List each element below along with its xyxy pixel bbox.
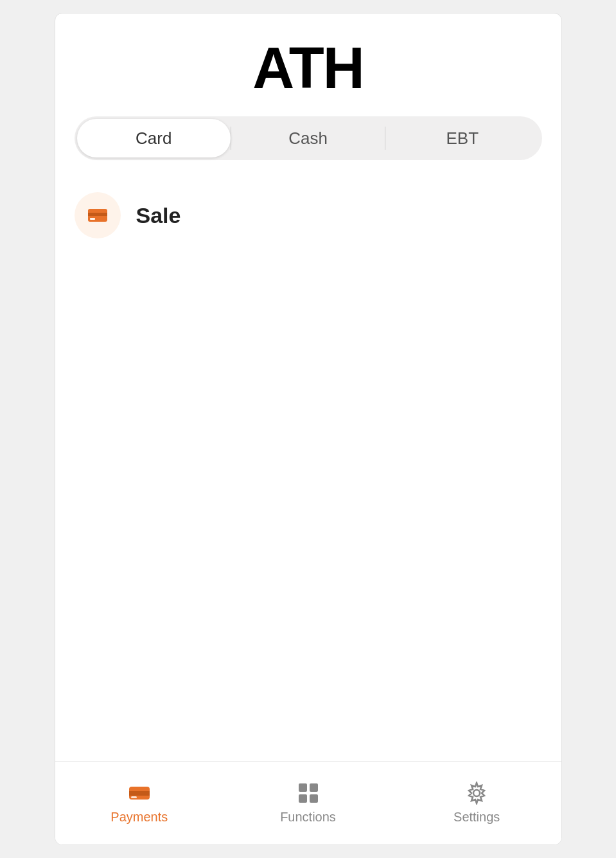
svg-rect-6 — [299, 783, 307, 792]
payments-icon — [128, 782, 151, 805]
sale-label: Sale — [136, 203, 181, 228]
svg-rect-5 — [131, 796, 137, 798]
tab-selector: Card Cash EBT — [75, 116, 542, 160]
app-logo: ATH — [252, 39, 363, 97]
settings-icon — [465, 782, 488, 805]
credit-card-icon — [87, 204, 109, 226]
functions-icon — [297, 782, 320, 805]
nav-settings[interactable]: Settings — [392, 762, 561, 845]
tab-cash[interactable]: Cash — [231, 119, 385, 157]
nav-functions[interactable]: Functions — [224, 762, 392, 845]
app-container: ATH Card Cash EBT Sale — [55, 13, 562, 845]
functions-label: Functions — [280, 810, 336, 825]
nav-payments[interactable]: Payments — [55, 762, 224, 845]
svg-rect-9 — [310, 794, 318, 803]
settings-label: Settings — [453, 810, 500, 825]
svg-rect-4 — [129, 791, 150, 796]
tab-ebt[interactable]: EBT — [385, 119, 539, 157]
sale-item[interactable]: Sale — [75, 186, 542, 245]
svg-rect-1 — [88, 213, 107, 216]
svg-rect-7 — [310, 783, 318, 792]
main-content: Sale — [55, 173, 561, 761]
payments-label: Payments — [110, 810, 168, 825]
tab-card[interactable]: Card — [77, 119, 231, 157]
header: ATH — [55, 13, 561, 116]
sale-icon-wrapper — [75, 192, 121, 238]
svg-rect-8 — [299, 794, 307, 803]
svg-rect-2 — [90, 218, 95, 220]
bottom-nav: Payments Functions Settings — [55, 761, 561, 845]
